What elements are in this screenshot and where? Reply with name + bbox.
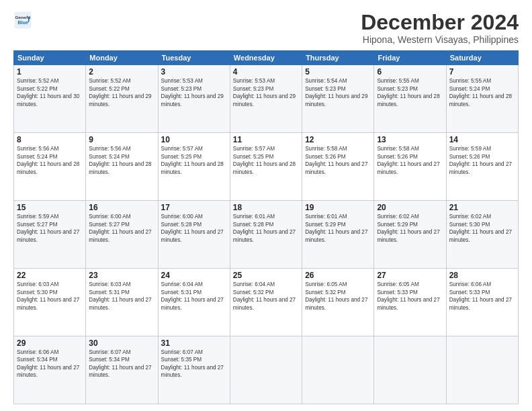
- calendar-cell: [374, 336, 446, 404]
- day-number: 23: [89, 271, 154, 280]
- day-info: Sunrise: 5:52 AMSunset: 5:22 PMDaylight:…: [89, 78, 151, 107]
- day-info: Sunrise: 5:53 AMSunset: 5:23 PMDaylight:…: [161, 78, 224, 107]
- day-info: Sunrise: 5:57 AMSunset: 5:25 PMDaylight:…: [161, 146, 224, 175]
- calendar-cell: 29 Sunrise: 6:06 AMSunset: 5:34 PMDaylig…: [14, 336, 86, 404]
- calendar-cell: 6 Sunrise: 5:55 AMSunset: 5:23 PMDayligh…: [374, 65, 446, 133]
- title-block: December 2024 Hipona, Western Visayas, P…: [361, 11, 519, 45]
- calendar-cell: 13 Sunrise: 5:58 AMSunset: 5:26 PMDaylig…: [374, 133, 446, 201]
- day-number: 13: [377, 135, 443, 144]
- calendar-cell: 2 Sunrise: 5:52 AMSunset: 5:22 PMDayligh…: [86, 65, 158, 133]
- day-number: 8: [17, 135, 83, 144]
- day-info: Sunrise: 5:56 AMSunset: 5:24 PMDaylight:…: [17, 146, 79, 175]
- day-info: Sunrise: 6:03 AMSunset: 5:30 PMDaylight:…: [17, 281, 79, 310]
- day-info: Sunrise: 6:03 AMSunset: 5:31 PMDaylight:…: [89, 281, 151, 310]
- calendar-cell: 23 Sunrise: 6:03 AMSunset: 5:31 PMDaylig…: [86, 269, 158, 336]
- day-number: 12: [305, 135, 371, 144]
- day-number: 11: [233, 135, 299, 144]
- day-number: 24: [161, 271, 227, 280]
- day-info: Sunrise: 6:05 AMSunset: 5:32 PMDaylight:…: [305, 281, 367, 310]
- day-number: 17: [161, 203, 227, 212]
- day-info: Sunrise: 6:04 AMSunset: 5:31 PMDaylight:…: [161, 281, 224, 310]
- day-info: Sunrise: 6:01 AMSunset: 5:29 PMDaylight:…: [305, 214, 367, 242]
- col-monday: Monday: [86, 51, 158, 65]
- day-number: 19: [305, 203, 371, 212]
- day-info: Sunrise: 5:59 AMSunset: 5:27 PMDaylight:…: [17, 214, 79, 242]
- day-info: Sunrise: 6:00 AMSunset: 5:28 PMDaylight:…: [161, 214, 224, 242]
- day-number: 6: [377, 67, 443, 77]
- calendar-cell: 1 Sunrise: 5:52 AMSunset: 5:22 PMDayligh…: [14, 65, 86, 133]
- day-number: 29: [17, 338, 83, 348]
- col-friday: Friday: [374, 51, 446, 65]
- calendar-cell: 24 Sunrise: 6:04 AMSunset: 5:31 PMDaylig…: [158, 269, 230, 336]
- col-tuesday: Tuesday: [158, 51, 230, 65]
- day-info: Sunrise: 5:58 AMSunset: 5:26 PMDaylight:…: [377, 146, 439, 175]
- col-saturday: Saturday: [446, 51, 518, 65]
- calendar-week-4: 22 Sunrise: 6:03 AMSunset: 5:30 PMDaylig…: [14, 269, 519, 336]
- day-number: 15: [17, 203, 83, 212]
- page: General Blue December 2024 Hipona, Weste…: [0, 0, 532, 411]
- day-info: Sunrise: 6:04 AMSunset: 5:32 PMDaylight:…: [233, 281, 296, 310]
- day-info: Sunrise: 6:02 AMSunset: 5:29 PMDaylight:…: [377, 214, 439, 242]
- calendar-cell: 4 Sunrise: 5:53 AMSunset: 5:23 PMDayligh…: [230, 65, 302, 133]
- col-wednesday: Wednesday: [230, 51, 302, 65]
- col-thursday: Thursday: [302, 51, 374, 65]
- day-info: Sunrise: 5:54 AMSunset: 5:23 PMDaylight:…: [305, 78, 367, 107]
- day-number: 22: [17, 271, 83, 280]
- col-sunday: Sunday: [14, 51, 86, 65]
- calendar-cell: 21 Sunrise: 6:02 AMSunset: 5:30 PMDaylig…: [446, 201, 518, 269]
- day-number: 2: [89, 67, 154, 77]
- day-info: Sunrise: 5:56 AMSunset: 5:24 PMDaylight:…: [89, 146, 151, 175]
- day-number: 1: [17, 67, 83, 77]
- calendar-week-2: 8 Sunrise: 5:56 AMSunset: 5:24 PMDayligh…: [14, 133, 519, 201]
- calendar-week-3: 15 Sunrise: 5:59 AMSunset: 5:27 PMDaylig…: [14, 201, 519, 269]
- calendar-week-5: 29 Sunrise: 6:06 AMSunset: 5:34 PMDaylig…: [14, 336, 519, 404]
- calendar-cell: 17 Sunrise: 6:00 AMSunset: 5:28 PMDaylig…: [158, 201, 230, 269]
- calendar-cell: 3 Sunrise: 5:53 AMSunset: 5:23 PMDayligh…: [158, 65, 230, 133]
- calendar-cell: 5 Sunrise: 5:54 AMSunset: 5:23 PMDayligh…: [302, 65, 374, 133]
- day-info: Sunrise: 5:52 AMSunset: 5:22 PMDaylight:…: [17, 78, 79, 107]
- calendar-cell: 27 Sunrise: 6:05 AMSunset: 5:33 PMDaylig…: [374, 269, 446, 336]
- calendar-cell: 11 Sunrise: 5:57 AMSunset: 5:25 PMDaylig…: [230, 133, 302, 201]
- header: General Blue December 2024 Hipona, Weste…: [13, 11, 519, 45]
- day-info: Sunrise: 5:58 AMSunset: 5:26 PMDaylight:…: [305, 146, 367, 175]
- calendar-cell: 12 Sunrise: 5:58 AMSunset: 5:26 PMDaylig…: [302, 133, 374, 201]
- day-number: 27: [377, 271, 443, 280]
- day-number: 25: [233, 271, 299, 280]
- day-number: 16: [89, 203, 154, 212]
- calendar-cell: 18 Sunrise: 6:01 AMSunset: 5:28 PMDaylig…: [230, 201, 302, 269]
- calendar-cell: 19 Sunrise: 6:01 AMSunset: 5:29 PMDaylig…: [302, 201, 374, 269]
- day-info: Sunrise: 6:06 AMSunset: 5:34 PMDaylight:…: [17, 349, 79, 378]
- day-info: Sunrise: 5:55 AMSunset: 5:24 PMDaylight:…: [449, 78, 512, 107]
- main-title: December 2024: [361, 11, 519, 34]
- calendar-cell: [302, 336, 374, 404]
- calendar-cell: 10 Sunrise: 5:57 AMSunset: 5:25 PMDaylig…: [158, 133, 230, 201]
- day-number: 31: [161, 338, 227, 348]
- calendar-cell: 15 Sunrise: 5:59 AMSunset: 5:27 PMDaylig…: [14, 201, 86, 269]
- calendar-cell: 31 Sunrise: 6:07 AMSunset: 5:35 PMDaylig…: [158, 336, 230, 404]
- calendar-cell: 7 Sunrise: 5:55 AMSunset: 5:24 PMDayligh…: [446, 65, 518, 133]
- subtitle: Hipona, Western Visayas, Philippines: [361, 34, 519, 45]
- calendar-cell: 20 Sunrise: 6:02 AMSunset: 5:29 PMDaylig…: [374, 201, 446, 269]
- svg-text:Blue: Blue: [17, 20, 28, 25]
- calendar-cell: 25 Sunrise: 6:04 AMSunset: 5:32 PMDaylig…: [230, 269, 302, 336]
- calendar-cell: 22 Sunrise: 6:03 AMSunset: 5:30 PMDaylig…: [14, 269, 86, 336]
- calendar-week-1: 1 Sunrise: 5:52 AMSunset: 5:22 PMDayligh…: [14, 65, 519, 133]
- day-info: Sunrise: 6:07 AMSunset: 5:34 PMDaylight:…: [89, 349, 151, 378]
- calendar-cell: [230, 336, 302, 404]
- day-number: 28: [449, 271, 515, 280]
- day-info: Sunrise: 6:00 AMSunset: 5:27 PMDaylight:…: [89, 214, 151, 242]
- day-info: Sunrise: 6:02 AMSunset: 5:30 PMDaylight:…: [449, 214, 512, 242]
- calendar-cell: [446, 336, 518, 404]
- day-number: 21: [449, 203, 515, 212]
- day-number: 3: [161, 67, 227, 77]
- calendar-cell: 28 Sunrise: 6:06 AMSunset: 5:33 PMDaylig…: [446, 269, 518, 336]
- day-info: Sunrise: 5:55 AMSunset: 5:23 PMDaylight:…: [377, 78, 439, 107]
- calendar-table: Sunday Monday Tuesday Wednesday Thursday…: [13, 50, 519, 404]
- day-number: 30: [89, 338, 154, 348]
- day-info: Sunrise: 5:57 AMSunset: 5:25 PMDaylight:…: [233, 146, 296, 175]
- day-number: 18: [233, 203, 299, 212]
- day-number: 4: [233, 67, 299, 77]
- calendar-cell: 9 Sunrise: 5:56 AMSunset: 5:24 PMDayligh…: [86, 133, 158, 201]
- day-number: 14: [449, 135, 515, 144]
- day-info: Sunrise: 6:06 AMSunset: 5:33 PMDaylight:…: [449, 281, 512, 310]
